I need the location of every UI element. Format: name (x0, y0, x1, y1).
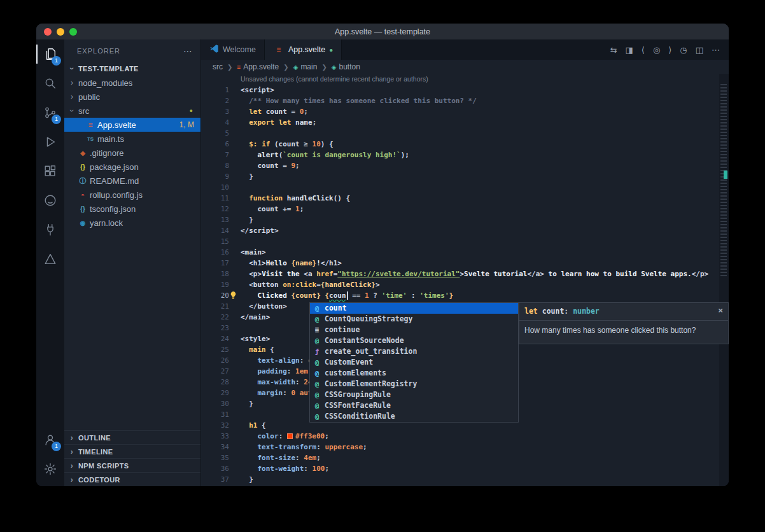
open-preview-icon[interactable]: ◨ (626, 45, 633, 55)
line-number[interactable]: 12 (201, 204, 229, 214)
line-number[interactable]: 14 (201, 225, 229, 236)
tree-item-node-modules[interactable]: ›node_modules (64, 76, 200, 90)
code-line[interactable]: 37 } (201, 474, 729, 485)
line-content[interactable] (229, 409, 241, 420)
code-line[interactable]: 4 export let name; (201, 117, 729, 128)
line-content[interactable] (229, 128, 241, 139)
section-timeline[interactable]: ›TIMELINE (64, 444, 200, 458)
line-number[interactable]: 20 (201, 290, 229, 301)
more-actions-icon[interactable]: ⋯ (712, 45, 720, 55)
code-editor[interactable]: 1<script>2 /** How many times has someon… (201, 85, 729, 486)
line-content[interactable]: } (229, 474, 253, 485)
activity-run-debug-icon[interactable] (36, 127, 64, 157)
line-content[interactable]: export let name; (229, 117, 316, 128)
code-line[interactable]: 10 (201, 182, 729, 193)
line-content[interactable]: $: if (count ≥ 10) { (229, 139, 333, 150)
titlebar[interactable]: App.svelte — test-template (36, 24, 729, 39)
section-outline[interactable]: ›OUTLINE (64, 430, 200, 444)
tab-welcome[interactable]: Welcome (201, 39, 265, 60)
line-number[interactable]: 35 (201, 452, 229, 463)
line-content[interactable]: h1 { (229, 420, 266, 431)
line-content[interactable]: <script> (229, 85, 274, 95)
section-npm-scripts[interactable]: ›NPM SCRIPTS (64, 458, 200, 472)
line-number[interactable]: 21 (201, 301, 229, 312)
history-icon[interactable]: ◷ (680, 45, 687, 55)
code-line[interactable]: 9 } (201, 171, 729, 182)
line-number[interactable]: 8 (201, 160, 229, 171)
line-content[interactable]: color: #ff3e00; (229, 431, 329, 442)
code-line[interactable]: 34 text-transform: uppercase; (201, 442, 729, 452)
line-content[interactable]: let count = 0; (229, 106, 308, 117)
breadcrumb-item-app-svelte[interactable]: ≡App.svelte (237, 62, 279, 71)
line-number[interactable]: 27 (201, 366, 229, 377)
activity-github-icon[interactable] (36, 186, 64, 215)
line-content[interactable]: padding: 1em; (229, 366, 312, 377)
activity-explorer-icon[interactable]: 1 (36, 39, 64, 69)
line-number[interactable]: 37 (201, 474, 229, 485)
line-content[interactable]: <main> (229, 247, 266, 258)
suggestion-continue[interactable]: ≣continue (310, 325, 518, 335)
line-content[interactable]: </button> (229, 301, 287, 312)
maximize-window-button[interactable] (69, 28, 77, 36)
suggestion-countqueuingstrategy[interactable]: @CountQueuingStrategy (310, 314, 518, 325)
activity-search-icon[interactable] (36, 69, 64, 98)
line-number[interactable]: 34 (201, 442, 229, 452)
code-line[interactable]: 13 } (201, 214, 729, 225)
line-number[interactable]: 10 (201, 182, 229, 193)
line-content[interactable] (229, 323, 241, 333)
minimize-window-button[interactable] (57, 28, 64, 36)
line-number[interactable]: 1 (201, 85, 229, 95)
code-line[interactable]: 3 let count = 0; (201, 106, 729, 117)
record-tour-icon[interactable]: ◎ (653, 45, 660, 55)
line-number[interactable]: 11 (201, 193, 229, 204)
line-number[interactable]: 5 (201, 128, 229, 139)
line-content[interactable]: function handleClick() { (229, 193, 350, 204)
suggestion-customelements[interactable]: @customElements (310, 368, 518, 379)
line-number[interactable]: 4 (201, 117, 229, 128)
line-number[interactable]: 3 (201, 106, 229, 117)
suggestion-cssfontfacerule[interactable]: @CSSFontFaceRule (310, 400, 518, 411)
breadcrumb-item-main[interactable]: ◈main (293, 62, 318, 71)
breadcrumb-item-button[interactable]: ◈button (332, 62, 360, 71)
line-content[interactable]: count = 9; (229, 160, 300, 171)
line-number[interactable]: 22 (201, 312, 229, 323)
line-number[interactable]: 33 (201, 431, 229, 442)
line-number[interactable]: 24 (201, 333, 229, 344)
tree-item--gitignore[interactable]: ◆.gitignore (64, 146, 200, 160)
code-line[interactable]: 8 count = 9; (201, 160, 729, 171)
suggestion-constantsourcenode[interactable]: @ConstantSourceNode (310, 335, 518, 346)
line-number[interactable]: 13 (201, 214, 229, 225)
line-content[interactable]: Clicked {count} {coun == 1 ? 'time' : 't… (229, 290, 453, 301)
code-line[interactable]: 11 function handleClick() { (201, 193, 729, 204)
line-number[interactable]: 2 (201, 95, 229, 106)
line-content[interactable]: <p>Visit the <a href="https://svelte.dev… (229, 269, 708, 279)
line-number[interactable]: 7 (201, 150, 229, 160)
line-number[interactable]: 23 (201, 323, 229, 333)
tree-item-src[interactable]: ›src● (64, 104, 200, 118)
line-content[interactable]: count += 1; (229, 204, 304, 214)
line-content[interactable]: /** How many times has someone clicked t… (229, 95, 477, 106)
line-content[interactable]: </script> (229, 225, 279, 236)
code-line[interactable]: 14</script> (201, 225, 729, 236)
suggestion-cssconditionrule[interactable]: @CSSConditionRule (310, 411, 518, 422)
tree-item-app-svelte[interactable]: ≡App.svelte1, M (64, 118, 200, 132)
breadcrumb-item-src[interactable]: src (213, 62, 223, 71)
code-line[interactable]: 6 $: if (count ≥ 10) { (201, 139, 729, 150)
line-content[interactable]: alert(`count is dangerously high!`); (229, 150, 409, 160)
code-line[interactable]: 16<main> (201, 247, 729, 258)
suggestion-count[interactable]: @count (310, 303, 518, 314)
activity-remote-icon[interactable] (36, 215, 64, 244)
line-content[interactable]: </main> (229, 312, 270, 323)
line-number[interactable]: 19 (201, 279, 229, 290)
line-content[interactable]: <style> (229, 333, 270, 344)
activity-extensions-icon[interactable] (36, 157, 64, 186)
line-number[interactable]: 9 (201, 171, 229, 182)
line-number[interactable]: 16 (201, 247, 229, 258)
code-line[interactable]: 19 <button on:click={handleClick}> (201, 279, 729, 290)
line-number[interactable]: 30 (201, 398, 229, 409)
tab-app-svelte[interactable]: ≡App.svelte● (265, 39, 342, 60)
color-swatch[interactable] (287, 433, 293, 439)
code-line[interactable]: 35 font-size: 4em; (201, 452, 729, 463)
explorer-more-actions-icon[interactable]: ⋯ (183, 46, 193, 56)
line-number[interactable]: 28 (201, 377, 229, 388)
